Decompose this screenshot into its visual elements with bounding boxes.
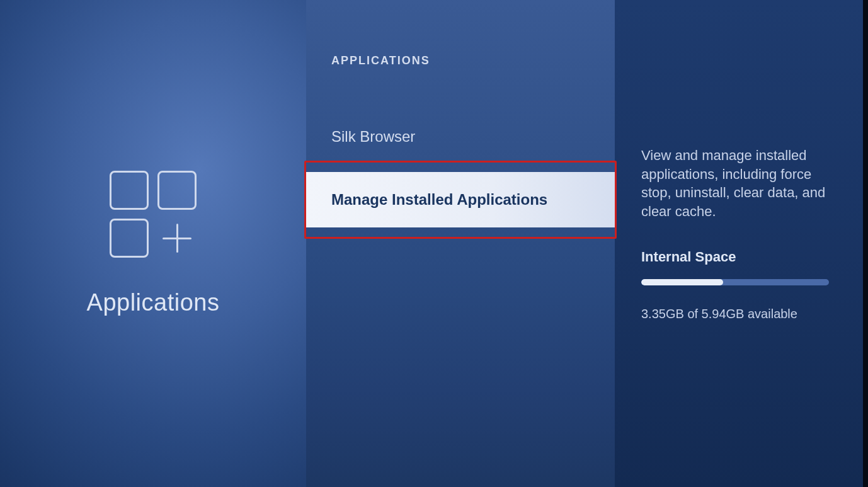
left-panel-title: Applications — [87, 289, 220, 316]
menu-item-silk-browser[interactable]: Silk Browser — [306, 118, 615, 156]
plus-icon — [157, 219, 197, 258]
storage-text: 3.35GB of 5.94GB available — [641, 307, 840, 321]
item-description: View and manage installed applications, … — [641, 146, 840, 221]
menu-panel: APPLICATIONS Silk Browser Manage Install… — [306, 0, 615, 487]
app-square-icon — [110, 171, 149, 210]
left-panel: Applications — [0, 0, 306, 487]
storage-title: Internal Space — [641, 249, 840, 265]
storage-progress-bar — [641, 279, 829, 285]
menu-item-wrapper: Manage Installed Applications — [306, 172, 615, 227]
applications-icon — [110, 171, 197, 258]
app-square-icon — [157, 171, 197, 210]
section-header: APPLICATIONS — [331, 54, 615, 67]
menu-item-manage-installed-applications[interactable]: Manage Installed Applications — [306, 172, 615, 227]
screen-edge — [863, 0, 868, 487]
storage-progress-fill — [641, 279, 723, 285]
detail-panel: View and manage installed applications, … — [615, 0, 863, 487]
app-square-icon — [110, 219, 149, 258]
